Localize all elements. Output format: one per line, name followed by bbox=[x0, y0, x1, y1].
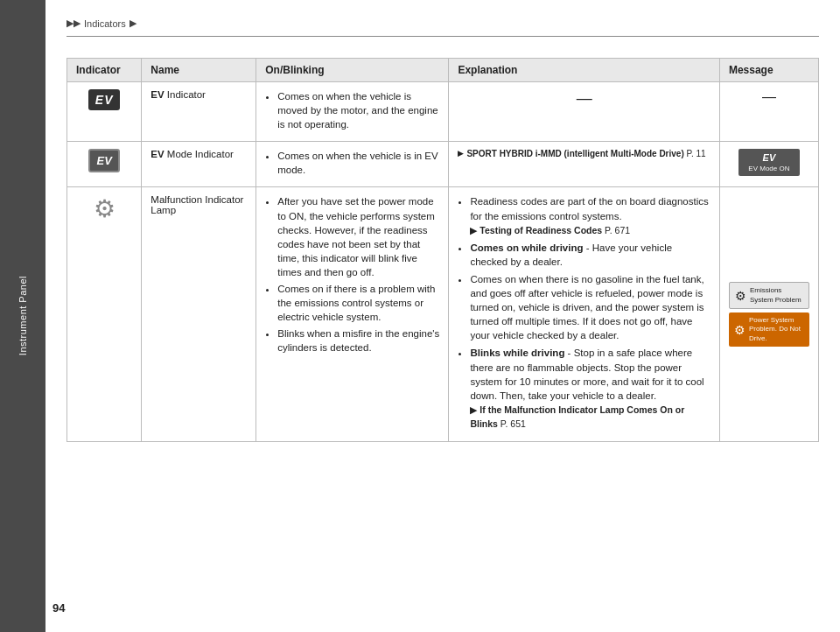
indicator-cell-ev-mode: EV bbox=[67, 142, 142, 187]
ev-indicator-icon: EV bbox=[88, 89, 121, 110]
hybrid-ref: ▶ SPORT HYBRID i-MMD (intelligent Multi-… bbox=[458, 149, 710, 158]
blinks-bold: Blinks while driving bbox=[470, 348, 564, 358]
onblink-item: Blinks when a misfire in the engine's cy… bbox=[277, 327, 439, 355]
onblink-cell-ev-mode: Comes on when the vehicle is in EV mode. bbox=[256, 142, 449, 187]
explanation-cell-ev: — bbox=[449, 82, 719, 142]
col-header-message: Message bbox=[719, 59, 818, 82]
emissions-msg-text: Emissions System Problem bbox=[750, 286, 803, 305]
ref-readiness-bold: Testing of Readiness Codes bbox=[480, 225, 602, 235]
ev-mode-message-box: EV EV Mode ON bbox=[738, 149, 800, 176]
ev-name-rest: Indicator bbox=[164, 89, 206, 100]
power-icon: ⚙ bbox=[734, 323, 746, 337]
table-header-row: Indicator Name On/Blinking Explanation M… bbox=[67, 59, 819, 82]
breadcrumb-arrows-left: ▶▶ bbox=[66, 18, 80, 29]
explanation-item: Comes on while driving - Have your vehic… bbox=[470, 241, 710, 269]
name-cell-mil: Malfunction Indicator Lamp bbox=[142, 187, 256, 442]
sidebar-label: Instrument Panel bbox=[18, 276, 28, 355]
name-cell-ev-mode: EV Mode Indicator bbox=[142, 142, 256, 187]
emissions-message-box: ⚙ Emissions System Problem bbox=[729, 282, 809, 309]
ref-icon: ▶ bbox=[458, 149, 464, 158]
ev-name-bold: EV bbox=[150, 89, 164, 100]
table-row: EV EV Indicator Comes on when the vehicl… bbox=[67, 82, 819, 142]
ref-link-mil: ▶ If the Malfunction Indicator Lamp Come… bbox=[470, 404, 684, 429]
col-header-indicator: Indicator bbox=[67, 59, 142, 82]
breadcrumb: ▶▶ Indicators ▶ bbox=[66, 18, 819, 37]
table-row: ⚙ Malfunction Indicator Lamp After you h… bbox=[67, 187, 819, 442]
main-content: ▶▶ Indicators ▶ Indicator Name On/Blinki… bbox=[46, 0, 840, 632]
explanation-dash: — bbox=[458, 89, 710, 108]
ev-mode-msg-text: EV Mode ON bbox=[748, 165, 789, 172]
col-header-onblinking: On/Blinking bbox=[256, 59, 449, 82]
explanation-cell-ev-mode: ▶ SPORT HYBRID i-MMD (intelligent Multi-… bbox=[449, 142, 719, 187]
explanation-item: Blinks while driving - Stop in a safe pl… bbox=[470, 346, 710, 431]
mil-name: Malfunction Indicator Lamp bbox=[150, 194, 243, 215]
emissions-icon: ⚙ bbox=[735, 289, 746, 303]
onblink-item: After you have set the power mode to ON,… bbox=[277, 194, 439, 279]
hybrid-ref-text: SPORT HYBRID i-MMD (intelligent Multi-Mo… bbox=[466, 149, 705, 158]
ev-mode-name-rest: Mode Indicator bbox=[164, 149, 234, 159]
message-cell-ev-mode: EV EV Mode ON bbox=[719, 142, 818, 187]
ev-mode-msg-icon: EV bbox=[763, 152, 776, 163]
ev-mode-icon: EV bbox=[88, 149, 119, 172]
col-header-name: Name bbox=[142, 59, 256, 82]
breadcrumb-arrows-right: ▶ bbox=[130, 18, 136, 29]
ref-icon: ▶ bbox=[470, 225, 477, 235]
indicators-table: Indicator Name On/Blinking Explanation M… bbox=[66, 58, 819, 442]
message-dash: — bbox=[762, 89, 776, 104]
col-header-explanation: Explanation bbox=[449, 59, 719, 82]
onblink-cell-mil: After you have set the power mode to ON,… bbox=[256, 187, 449, 442]
power-message-box: ⚙ Power System Problem. Do Not Drive. bbox=[729, 312, 809, 347]
onblink-item: Comes on when the vehicle is in EV mode. bbox=[277, 149, 439, 177]
ref-readiness-page: P. 671 bbox=[605, 225, 630, 235]
onblink-item: Comes on when the vehicle is moved by th… bbox=[277, 89, 439, 131]
breadcrumb-section: Indicators bbox=[84, 18, 126, 29]
sidebar: Instrument Panel bbox=[0, 0, 46, 632]
ev-mode-name-bold: EV bbox=[150, 149, 164, 159]
indicator-cell-ev: EV bbox=[67, 82, 142, 142]
message-cell-mil: ⚙ Emissions System Problem ⚙ Power Syste… bbox=[719, 187, 818, 442]
ref-icon: ▶ bbox=[470, 404, 477, 415]
onblink-cell-ev: Comes on when the vehicle is moved by th… bbox=[256, 82, 449, 142]
explanation-item: Readiness codes are part of the on board… bbox=[470, 194, 710, 236]
table-row: EV EV Mode Indicator Comes on when the v… bbox=[67, 142, 819, 187]
explanation-item: Comes on when there is no gasoline in th… bbox=[470, 272, 710, 342]
explanation-cell-mil: Readiness codes are part of the on board… bbox=[449, 187, 719, 442]
comes-on-bold: Comes on while driving bbox=[470, 242, 583, 253]
ref-mil-page: P. 651 bbox=[500, 418, 526, 429]
name-cell-ev: EV Indicator bbox=[142, 82, 256, 142]
indicator-cell-mil: ⚙ bbox=[67, 187, 142, 442]
message-cell-ev: — bbox=[719, 82, 818, 142]
power-msg-text: Power System Problem. Do Not Drive. bbox=[749, 316, 804, 343]
onblink-item: Comes on if there is a problem with the … bbox=[277, 282, 439, 324]
ref-link-readiness: ▶ Testing of Readiness Codes P. 671 bbox=[470, 225, 630, 235]
mil-icon: ⚙ bbox=[94, 194, 116, 223]
page-number: 94 bbox=[52, 601, 65, 614]
